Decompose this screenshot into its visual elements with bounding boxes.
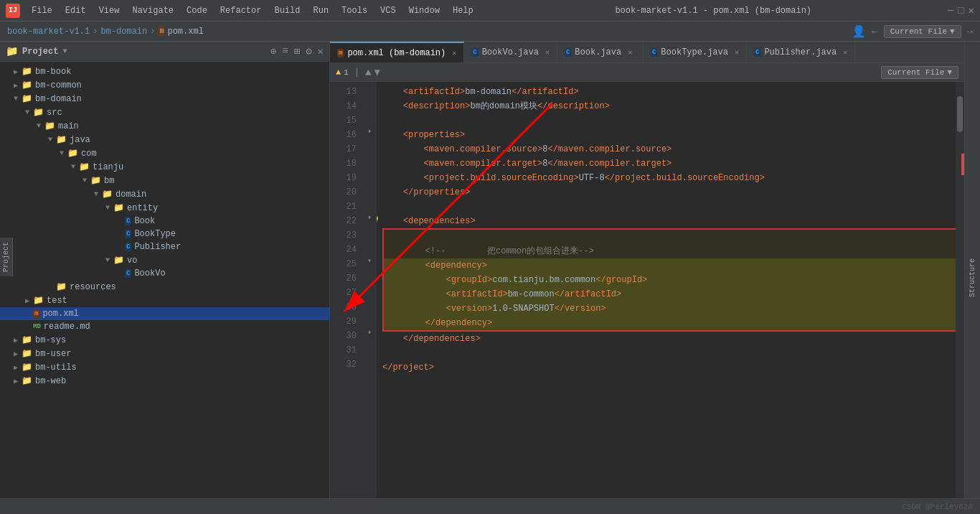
sidebar-dropdown-icon[interactable]: ▼ — [62, 47, 67, 55]
tree-item-java[interactable]: ▼ 📁 java — [0, 133, 329, 146]
tree-label-com: com — [81, 149, 97, 159]
line-num-16: 16 — [330, 128, 357, 142]
tree-item-domain[interactable]: ▼ 📁 domain — [0, 187, 329, 201]
forward-arrow[interactable]: → — [967, 26, 973, 37]
tab-bookvo[interactable]: C BookVo.java ✕ — [464, 42, 557, 62]
tree-item-publisher[interactable]: ▶ C Publisher — [0, 240, 329, 253]
menu-view[interactable]: View — [93, 4, 126, 17]
tab-close-publisher[interactable]: ✕ — [843, 48, 847, 57]
tree-arrow-src: ▼ — [23, 108, 32, 116]
tabs-bar: m pom.xml (bm-domain) ✕ C BookVo.java ✕ … — [330, 42, 964, 63]
sidebar-settings-icon[interactable]: ⚙ — [306, 45, 311, 57]
tab-close-pom[interactable]: ✕ — [452, 49, 456, 57]
menu-build[interactable]: Build — [268, 4, 306, 17]
tab-close-bookvo[interactable]: ✕ — [545, 48, 550, 57]
scrollbar-thumb[interactable] — [957, 96, 963, 132]
menu-vcs[interactable]: VCS — [374, 4, 402, 17]
tree-label-book: Book — [134, 216, 155, 226]
tree-item-pom-xml[interactable]: ▶ m pom.xml — [0, 307, 329, 320]
breadcrumb-module[interactable]: bm-domain — [100, 27, 147, 37]
tree-item-test[interactable]: ▶ 📁 test — [0, 294, 329, 307]
menu-file[interactable]: File — [26, 4, 58, 17]
md-icon-readme: MD — [33, 323, 41, 330]
tree-label-src: src — [47, 108, 62, 118]
tree-arrow-bm-web: ▶ — [11, 377, 20, 386]
breadcrumb-file[interactable]: pom.xml — [167, 27, 203, 37]
tree-item-bm-domain[interactable]: ▼ 📁 bm-domain — [0, 92, 329, 106]
gutter-fold-16[interactable]: ▾ — [362, 125, 377, 139]
menu-tools[interactable]: Tools — [336, 4, 373, 17]
error-indicator — [961, 154, 964, 175]
gutter-fold-25[interactable]: ▾ — [362, 254, 377, 268]
structure-sidebar[interactable]: Structure — [964, 42, 980, 514]
folder-icon-bm-user: 📁 — [22, 348, 32, 359]
gutter-fold-22[interactable]: ▾ — [362, 211, 377, 225]
project-tab[interactable]: Project — [0, 238, 13, 276]
tree-arrow-java: ▼ — [46, 136, 55, 144]
window-maximize[interactable]: □ — [958, 5, 963, 17]
line-num-26: 26 — [330, 271, 357, 286]
java-icon-booktype: C — [125, 230, 131, 238]
tab-book[interactable]: C Book.java ✕ — [557, 42, 644, 62]
menu-navigate[interactable]: Navigate — [126, 4, 179, 17]
tree-label-java: java — [70, 135, 90, 145]
tree-item-bookvo[interactable]: ▶ C BookVo — [0, 267, 329, 280]
tree-item-bm-user[interactable]: ▶ 📁 bm-user — [0, 347, 329, 360]
window-minimize[interactable]: ─ — [948, 5, 953, 17]
tree-item-com[interactable]: ▼ 📁 com — [0, 146, 329, 160]
tree-item-src[interactable]: ▼ 📁 src — [0, 106, 329, 119]
tab-label-pom: pom.xml (bm-domain) — [347, 48, 446, 58]
code-content[interactable]: <artifactId>bm-domain</artifactId> <desc… — [377, 82, 964, 514]
menu-run[interactable]: Run — [307, 4, 334, 17]
code-line-29: </dependency> — [384, 316, 963, 330]
lightbulb-icon[interactable]: 💡 — [377, 214, 380, 228]
vertical-scrollbar[interactable] — [956, 82, 964, 514]
user-icon[interactable]: 👤 — [852, 24, 866, 39]
tree-item-bm-sys[interactable]: ▶ 📁 bm-sys — [0, 333, 329, 347]
current-file-button[interactable]: Current File ▼ — [881, 66, 958, 79]
sidebar-collapse-icon[interactable]: ≡ — [282, 45, 288, 57]
code-editor[interactable]: 13 14 15 16 17 18 19 20 21 22 23 24 25 2… — [330, 82, 964, 514]
tree-item-bm-common[interactable]: ▶ 📁 bm-common — [0, 78, 329, 92]
menu-code[interactable]: Code — [181, 4, 213, 17]
sidebar-locate-icon[interactable]: ⊕ — [270, 45, 276, 57]
tree-item-vo[interactable]: ▼ 📁 vo — [0, 253, 329, 267]
folder-icon-tianju: 📁 — [79, 162, 90, 172]
tab-close-book[interactable]: ✕ — [628, 48, 632, 57]
breadcrumb-project[interactable]: book-market-v1.1 — [7, 27, 90, 37]
menu-help[interactable]: Help — [447, 4, 479, 17]
line-num-31: 31 — [330, 343, 357, 358]
current-file-button[interactable]: Current File ▼ — [884, 25, 961, 38]
tab-publisher[interactable]: C Publisher.java ✕ — [747, 42, 855, 62]
menu-window[interactable]: Window — [403, 4, 446, 17]
tree-item-bm[interactable]: ▼ 📁 bm — [0, 174, 329, 187]
tree-item-tianju[interactable]: ▼ 📁 tianju — [0, 160, 329, 174]
tree-item-bm-web[interactable]: ▶ 📁 bm-web — [0, 374, 329, 388]
code-line-16: <properties> — [382, 128, 964, 142]
tree-item-resources[interactable]: ▶ 📁 resources — [0, 280, 329, 294]
tab-close-booktype[interactable]: ✕ — [735, 48, 739, 57]
folder-icon-domain: 📁 — [102, 189, 113, 200]
tab-booktype[interactable]: C BookType.java ✕ — [644, 42, 747, 62]
tree-item-book[interactable]: ▶ C Book — [0, 215, 329, 228]
sidebar-close-icon[interactable]: ✕ — [318, 45, 324, 57]
folder-icon-bm-common: 📁 — [22, 80, 32, 90]
window-close[interactable]: ✕ — [969, 4, 974, 17]
sidebar-filter-icon[interactable]: ⊞ — [294, 45, 300, 57]
tab-pom-xml[interactable]: m pom.xml (bm-domain) ✕ — [330, 42, 464, 62]
menu-edit[interactable]: Edit — [60, 4, 92, 17]
tree-item-readme[interactable]: ▶ MD readme.md — [0, 320, 329, 333]
tree-item-entity[interactable]: ▼ 📁 entity — [0, 201, 329, 215]
nav-prev[interactable]: ▲ — [365, 67, 371, 78]
tree-item-main[interactable]: ▼ 📁 main — [0, 119, 329, 133]
back-arrow[interactable]: ← — [872, 26, 877, 37]
gutter-fold-30[interactable]: ▾ — [362, 326, 377, 340]
nav-next[interactable]: ▼ — [374, 67, 380, 78]
tree-item-booktype[interactable]: ▶ C BookType — [0, 228, 329, 240]
tree-item-bm-book[interactable]: ▶ 📁 bm-book — [0, 65, 329, 78]
menu-refactor[interactable]: Refactor — [215, 4, 268, 17]
tree-label-main: main — [58, 121, 79, 131]
java-icon-bookvo: C — [125, 269, 131, 278]
tree-arrow-domain: ▼ — [92, 190, 100, 198]
tree-item-bm-utils[interactable]: ▶ 📁 bm-utils — [0, 360, 329, 374]
